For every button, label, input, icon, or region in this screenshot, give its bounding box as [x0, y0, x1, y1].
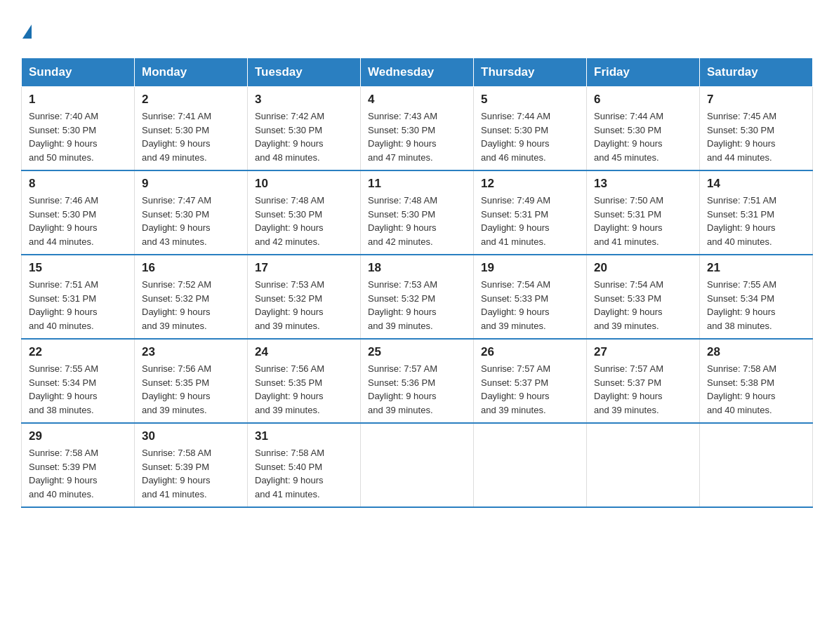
weekday-header-tuesday: Tuesday [248, 58, 361, 87]
day-info: Sunrise: 7:47 AMSunset: 5:30 PMDaylight:… [142, 194, 240, 248]
weekday-header-saturday: Saturday [700, 58, 813, 87]
calendar-day-cell: 27Sunrise: 7:57 AMSunset: 5:37 PMDayligh… [587, 339, 700, 423]
day-info: Sunrise: 7:57 AMSunset: 5:37 PMDaylight:… [481, 362, 579, 417]
calendar-day-cell: 3Sunrise: 7:42 AMSunset: 5:30 PMDaylight… [248, 87, 361, 171]
day-info: Sunrise: 7:56 AMSunset: 5:35 PMDaylight:… [142, 362, 240, 417]
day-info: Sunrise: 7:48 AMSunset: 5:30 PMDaylight:… [255, 194, 353, 248]
day-info: Sunrise: 7:57 AMSunset: 5:36 PMDaylight:… [368, 362, 466, 417]
weekday-header-wednesday: Wednesday [361, 58, 474, 87]
calendar-day-cell: 18Sunrise: 7:53 AMSunset: 5:32 PMDayligh… [361, 255, 474, 339]
day-number: 10 [255, 177, 353, 191]
calendar-day-cell: 31Sunrise: 7:58 AMSunset: 5:40 PMDayligh… [248, 423, 361, 507]
day-number: 20 [594, 261, 692, 275]
weekday-header-sunday: Sunday [22, 58, 135, 87]
day-number: 11 [368, 177, 466, 191]
day-info: Sunrise: 7:56 AMSunset: 5:35 PMDaylight:… [255, 362, 353, 417]
day-info: Sunrise: 7:41 AMSunset: 5:30 PMDaylight:… [142, 109, 240, 164]
day-number: 3 [255, 93, 353, 107]
day-number: 12 [481, 177, 579, 191]
day-info: Sunrise: 7:53 AMSunset: 5:32 PMDaylight:… [368, 278, 466, 333]
day-number: 26 [481, 345, 579, 359]
day-number: 19 [481, 261, 579, 275]
day-info: Sunrise: 7:40 AMSunset: 5:30 PMDaylight:… [29, 109, 127, 164]
day-info: Sunrise: 7:42 AMSunset: 5:30 PMDaylight:… [255, 109, 353, 164]
day-info: Sunrise: 7:44 AMSunset: 5:30 PMDaylight:… [481, 109, 579, 164]
calendar-day-cell: 24Sunrise: 7:56 AMSunset: 5:35 PMDayligh… [248, 339, 361, 423]
day-info: Sunrise: 7:57 AMSunset: 5:37 PMDaylight:… [594, 362, 692, 417]
day-number: 8 [29, 177, 127, 191]
calendar-day-cell: 1Sunrise: 7:40 AMSunset: 5:30 PMDaylight… [22, 87, 135, 171]
calendar-day-cell: 22Sunrise: 7:55 AMSunset: 5:34 PMDayligh… [22, 339, 135, 423]
weekday-header-friday: Friday [587, 58, 700, 87]
logo-icon [21, 21, 32, 43]
calendar-week-row: 15Sunrise: 7:51 AMSunset: 5:31 PMDayligh… [22, 255, 813, 339]
day-number: 9 [142, 177, 240, 191]
calendar-day-cell: 28Sunrise: 7:58 AMSunset: 5:38 PMDayligh… [700, 339, 813, 423]
calendar-day-cell: 30Sunrise: 7:58 AMSunset: 5:39 PMDayligh… [135, 423, 248, 507]
day-number: 21 [707, 261, 805, 275]
calendar-table: SundayMondayTuesdayWednesdayThursdayFrid… [21, 58, 813, 508]
day-number: 28 [707, 345, 805, 359]
logo [21, 21, 32, 43]
calendar-day-cell: 2Sunrise: 7:41 AMSunset: 5:30 PMDaylight… [135, 87, 248, 171]
day-number: 4 [368, 93, 466, 107]
day-number: 14 [707, 177, 805, 191]
calendar-day-cell: 29Sunrise: 7:58 AMSunset: 5:39 PMDayligh… [22, 423, 135, 507]
calendar-day-cell: 20Sunrise: 7:54 AMSunset: 5:33 PMDayligh… [587, 255, 700, 339]
calendar-day-cell: 11Sunrise: 7:48 AMSunset: 5:30 PMDayligh… [361, 170, 474, 255]
day-info: Sunrise: 7:49 AMSunset: 5:31 PMDaylight:… [481, 194, 579, 248]
calendar-day-cell: 10Sunrise: 7:48 AMSunset: 5:30 PMDayligh… [248, 170, 361, 255]
day-number: 25 [368, 345, 466, 359]
weekday-header-monday: Monday [135, 58, 248, 87]
calendar-day-cell: 12Sunrise: 7:49 AMSunset: 5:31 PMDayligh… [474, 170, 587, 255]
calendar-day-cell [587, 423, 700, 507]
day-info: Sunrise: 7:44 AMSunset: 5:30 PMDaylight:… [594, 109, 692, 164]
day-number: 2 [142, 93, 240, 107]
day-number: 23 [142, 345, 240, 359]
calendar-week-row: 22Sunrise: 7:55 AMSunset: 5:34 PMDayligh… [22, 339, 813, 423]
day-number: 6 [594, 93, 692, 107]
day-info: Sunrise: 7:52 AMSunset: 5:32 PMDaylight:… [142, 278, 240, 333]
page-header [21, 14, 813, 43]
day-info: Sunrise: 7:55 AMSunset: 5:34 PMDaylight:… [29, 362, 127, 417]
calendar-day-cell [361, 423, 474, 507]
calendar-day-cell: 15Sunrise: 7:51 AMSunset: 5:31 PMDayligh… [22, 255, 135, 339]
calendar-week-row: 29Sunrise: 7:58 AMSunset: 5:39 PMDayligh… [22, 423, 813, 507]
calendar-day-cell: 7Sunrise: 7:45 AMSunset: 5:30 PMDaylight… [700, 87, 813, 171]
day-info: Sunrise: 7:58 AMSunset: 5:40 PMDaylight:… [255, 446, 353, 501]
calendar-day-cell: 17Sunrise: 7:53 AMSunset: 5:32 PMDayligh… [248, 255, 361, 339]
day-number: 18 [368, 261, 466, 275]
day-info: Sunrise: 7:45 AMSunset: 5:30 PMDaylight:… [707, 109, 805, 164]
calendar-day-cell: 25Sunrise: 7:57 AMSunset: 5:36 PMDayligh… [361, 339, 474, 423]
day-number: 1 [29, 93, 127, 107]
day-number: 13 [594, 177, 692, 191]
day-number: 7 [707, 93, 805, 107]
day-info: Sunrise: 7:51 AMSunset: 5:31 PMDaylight:… [707, 194, 805, 248]
calendar-day-cell: 4Sunrise: 7:43 AMSunset: 5:30 PMDaylight… [361, 87, 474, 171]
weekday-header-thursday: Thursday [474, 58, 587, 87]
day-number: 17 [255, 261, 353, 275]
calendar-day-cell: 23Sunrise: 7:56 AMSunset: 5:35 PMDayligh… [135, 339, 248, 423]
day-info: Sunrise: 7:58 AMSunset: 5:38 PMDaylight:… [707, 362, 805, 417]
day-number: 5 [481, 93, 579, 107]
day-info: Sunrise: 7:58 AMSunset: 5:39 PMDaylight:… [29, 446, 127, 501]
calendar-week-row: 1Sunrise: 7:40 AMSunset: 5:30 PMDaylight… [22, 87, 813, 171]
day-number: 31 [255, 429, 353, 443]
day-number: 30 [142, 429, 240, 443]
day-info: Sunrise: 7:51 AMSunset: 5:31 PMDaylight:… [29, 278, 127, 333]
day-info: Sunrise: 7:53 AMSunset: 5:32 PMDaylight:… [255, 278, 353, 333]
day-number: 16 [142, 261, 240, 275]
calendar-day-cell: 21Sunrise: 7:55 AMSunset: 5:34 PMDayligh… [700, 255, 813, 339]
day-number: 29 [29, 429, 127, 443]
weekday-header-row: SundayMondayTuesdayWednesdayThursdayFrid… [22, 58, 813, 87]
calendar-day-cell: 5Sunrise: 7:44 AMSunset: 5:30 PMDaylight… [474, 87, 587, 171]
day-info: Sunrise: 7:43 AMSunset: 5:30 PMDaylight:… [368, 109, 466, 164]
day-number: 24 [255, 345, 353, 359]
calendar-day-cell: 26Sunrise: 7:57 AMSunset: 5:37 PMDayligh… [474, 339, 587, 423]
calendar-week-row: 8Sunrise: 7:46 AMSunset: 5:30 PMDaylight… [22, 170, 813, 255]
calendar-day-cell [474, 423, 587, 507]
calendar-day-cell: 8Sunrise: 7:46 AMSunset: 5:30 PMDaylight… [22, 170, 135, 255]
calendar-day-cell: 14Sunrise: 7:51 AMSunset: 5:31 PMDayligh… [700, 170, 813, 255]
calendar-day-cell [700, 423, 813, 507]
day-info: Sunrise: 7:46 AMSunset: 5:30 PMDaylight:… [29, 194, 127, 248]
